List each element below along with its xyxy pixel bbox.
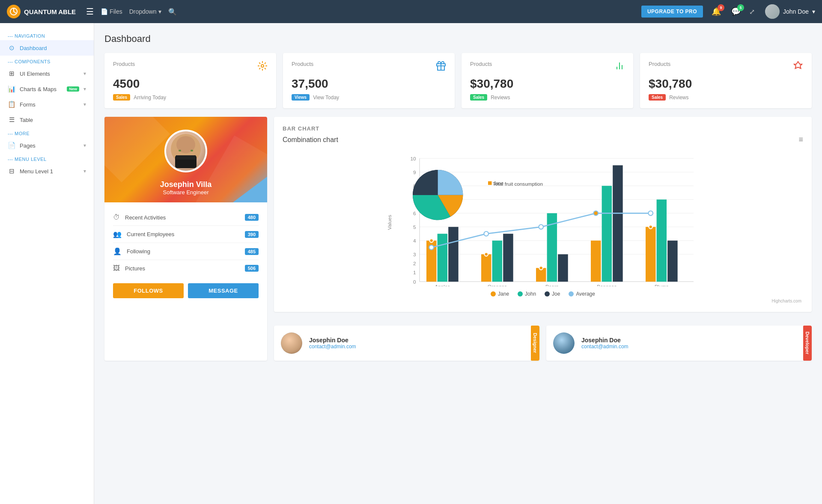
svg-text:6: 6 [413, 210, 416, 216]
chevron-down-icon: ▾ [83, 86, 86, 92]
files-link[interactable]: 📄 Files [101, 8, 122, 15]
svg-text:9: 9 [413, 169, 416, 175]
dropdown-link[interactable]: Dropdown ▾ [129, 8, 161, 15]
app-logo[interactable]: QUANTUM ABLE [7, 5, 76, 18]
profile-banner: Josephin Villa Software Engineer [104, 117, 267, 202]
svg-text:3: 3 [413, 252, 416, 257]
search-icon[interactable]: 🔍 [168, 8, 177, 16]
sidebar-item-dashboard[interactable]: ⊙ Dashboard [0, 40, 94, 56]
svg-rect-35 [492, 240, 502, 282]
stat-value-3: $30,780 [649, 77, 803, 91]
contact-card-1: Josephin Doe contact@admin.com Developer [546, 326, 812, 361]
sidebar-item-pages[interactable]: 📄 Pages ▾ [0, 138, 94, 153]
dashboard-icon: ⊙ [8, 44, 15, 52]
follows-button[interactable]: FOLLOWS [113, 283, 184, 298]
stat-title-1: Products [292, 61, 313, 67]
svg-point-52 [539, 225, 543, 229]
chart-menu-icon[interactable]: ≡ [798, 135, 803, 144]
charts-icon: 📊 [8, 85, 15, 93]
employees-label: Current Employees [127, 231, 174, 237]
notifications-button[interactable]: 🔔 9 [712, 7, 721, 16]
stat-card-2: Products $30,780 Sales Reviews [462, 53, 633, 108]
stat-sub-2: Reviews [491, 95, 510, 101]
logo-icon [7, 5, 21, 18]
stat-icon-0 [257, 61, 268, 74]
stat-icon-2 [614, 61, 625, 74]
pictures-count: 506 [245, 265, 259, 272]
sidebar-item-label: Charts & Maps [20, 86, 63, 92]
messages-badge: 5 [737, 4, 744, 11]
contact-row: Josephin Doe contact@admin.com Designer … [274, 326, 812, 361]
stat-icon-1 [436, 61, 446, 74]
profile-stat-recent: ⏱ Recent Activities 480 [113, 209, 259, 226]
sidebar-item-label: Table [20, 117, 86, 123]
user-chevron-icon: ▾ [812, 8, 815, 15]
stat-tag-0: Sales [113, 94, 130, 101]
svg-text:Plums: Plums [655, 284, 669, 286]
profile-actions: FOLLOWS MESSAGE [104, 283, 267, 307]
svg-rect-36 [503, 234, 513, 282]
messages-button[interactable]: 💬 5 [731, 7, 741, 16]
user-avatar [765, 4, 780, 19]
stats-row: Products 4500 Sales Arriving Today Produ… [104, 53, 812, 108]
notifications-badge: 9 [718, 4, 724, 11]
app-name: QUANTUM ABLE [24, 8, 76, 15]
svg-rect-48 [667, 240, 677, 282]
stat-card-1: Products 37,500 Views View Today [283, 53, 455, 108]
contact-name-1: Josephin Doe [581, 337, 805, 344]
following-label: Following [127, 248, 150, 255]
svg-point-50 [429, 245, 434, 250]
stat-tag-2: Sales [470, 94, 487, 101]
svg-rect-43 [602, 186, 612, 282]
sidebar-item-table[interactable]: ☰ Table [0, 112, 94, 127]
svg-text:Pears: Pears [545, 284, 559, 286]
sidebar-item-menu-level-1[interactable]: ⊟ Menu Level 1 ▾ [0, 163, 94, 179]
stat-value-1: 37,500 [292, 77, 446, 91]
contact-name-0: Josephin Doe [309, 337, 533, 344]
upgrade-button[interactable]: UPGRADE TO PRO [641, 6, 703, 18]
topnav: QUANTUM ABLE ☰ 📄 Files Dropdown ▾ 🔍 UPGR… [0, 0, 822, 23]
stat-card-0: Products 4500 Sales Arriving Today [104, 53, 276, 108]
profile-name: Josephin Villa [160, 180, 212, 189]
profile-avatar [164, 130, 207, 172]
sidebar-item-label: Forms [20, 101, 79, 108]
legend-joe: Joe [545, 291, 560, 297]
pages-icon: 📄 [8, 142, 15, 149]
employees-count: 390 [245, 231, 259, 238]
expand-icon[interactable]: ⤢ [749, 8, 755, 16]
sidebar-item-ui-elements[interactable]: ⊞ UI Elements ▾ [0, 66, 94, 81]
svg-text:10: 10 [410, 156, 416, 161]
svg-text:0: 0 [413, 279, 416, 285]
svg-point-37 [484, 252, 488, 256]
bottom-row: Josephin Villa Software Engineer ⏱ Recen… [104, 117, 812, 361]
recent-activities-count: 480 [245, 214, 259, 221]
profile-card: Josephin Villa Software Engineer ⏱ Recen… [104, 117, 267, 361]
contact-email-1: contact@admin.com [581, 344, 805, 350]
stat-title-3: Products [649, 61, 670, 67]
svg-point-1 [261, 65, 264, 67]
sidebar-item-charts[interactable]: 📊 Charts & Maps New ▾ [0, 81, 94, 97]
message-button[interactable]: MESSAGE [188, 283, 259, 298]
svg-rect-6 [179, 150, 181, 151]
stat-sub-0: Arriving Today [134, 95, 166, 101]
sidebar-item-forms[interactable]: 📋 Forms ▾ [0, 97, 94, 112]
new-badge: New [67, 86, 79, 92]
contact-role-1: Developer [803, 326, 812, 361]
svg-rect-57 [488, 181, 492, 185]
user-menu[interactable]: John Doe ▾ [765, 4, 815, 19]
svg-point-49 [649, 225, 652, 229]
recent-activities-label: Recent Activities [125, 214, 166, 221]
svg-point-54 [648, 211, 653, 216]
profile-stat-employees: 👥 Current Employees 390 [113, 226, 259, 243]
sidebar-section-more: --- More [0, 127, 94, 138]
stat-card-3: Products $30,780 Sales Reviews [640, 53, 812, 108]
svg-rect-42 [591, 240, 601, 282]
svg-point-41 [539, 266, 543, 270]
svg-text:Oranges: Oranges [488, 284, 507, 286]
chevron-down-icon: ▾ [83, 142, 86, 148]
hamburger-icon[interactable]: ☰ [86, 6, 94, 17]
svg-text:Jane: Jane [494, 181, 503, 186]
sidebar-section-menu-level: --- Menu Level [0, 153, 94, 163]
stat-tag-3: Sales [649, 94, 666, 101]
svg-text:Bananas: Bananas [597, 284, 616, 286]
